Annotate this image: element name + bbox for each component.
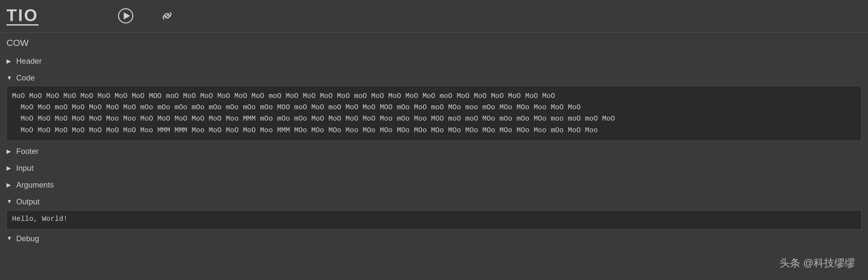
debug-label: Debug [16, 234, 39, 243]
arguments-arrow: ▶ [6, 181, 13, 188]
link-icon [159, 8, 175, 24]
play-button[interactable] [112, 5, 140, 28]
link-button[interactable] [153, 5, 181, 28]
output-arrow: ▼ [6, 198, 13, 205]
section-debug: ▼ Debug [6, 231, 862, 246]
code-label: Code [16, 73, 35, 82]
input-label: Input [16, 164, 33, 173]
play-icon [118, 8, 133, 24]
debug-section-toggle[interactable]: ▼ Debug [6, 231, 862, 246]
input-section-toggle[interactable]: ▶ Input [6, 161, 862, 176]
arguments-label: Arguments [16, 180, 54, 189]
output-content: Hello, World! [6, 210, 862, 230]
output-label: Output [16, 197, 39, 206]
section-arguments: ▶ Arguments [6, 177, 862, 193]
section-header: ▶ Header [6, 54, 862, 69]
section-input: ▶ Input [6, 161, 862, 176]
code-editor[interactable]: MoO MoO MoO MoO MoO MoO MoO MoO MOO moO … [6, 86, 862, 141]
watermark: 头条 @科技缪缪 [780, 256, 855, 270]
output-section-toggle[interactable]: ▼ Output [6, 194, 862, 210]
input-arrow: ▶ [6, 165, 13, 172]
section-footer: ▶ Footer [6, 144, 862, 159]
header-arrow: ▶ [6, 58, 13, 65]
section-code: ▼ Code MoO MoO MoO MoO MoO MoO MoO MoO M… [6, 70, 862, 141]
header-section-toggle[interactable]: ▶ Header [6, 54, 862, 69]
footer-section-toggle[interactable]: ▶ Footer [6, 144, 862, 159]
code-arrow: ▼ [6, 75, 13, 81]
debug-arrow: ▼ [6, 235, 13, 242]
main-content: COW ▶ Header ▼ Code MoO MoO MoO MoO MoO … [0, 33, 868, 253]
language-title: COW [6, 38, 862, 48]
footer-label: Footer [16, 147, 38, 156]
logo-text: TIO [6, 7, 38, 26]
code-section-toggle[interactable]: ▼ Code [6, 70, 862, 86]
footer-arrow: ▶ [6, 148, 13, 155]
arguments-section-toggle[interactable]: ▶ Arguments [6, 177, 862, 193]
header-label: Header [16, 57, 42, 66]
svg-marker-1 [124, 12, 130, 20]
section-output: ▼ Output Hello, World! [6, 194, 862, 230]
toolbar: TIO [0, 0, 868, 33]
logo: TIO [6, 7, 98, 26]
